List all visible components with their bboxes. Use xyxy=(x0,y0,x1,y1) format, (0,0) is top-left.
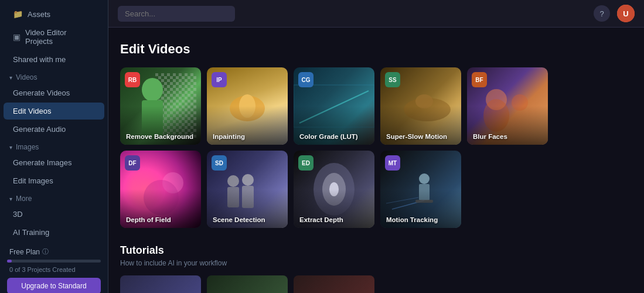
chevron-images-icon: ▾ xyxy=(9,144,12,151)
card-badge-motion-track: MT xyxy=(385,155,400,171)
card-badge-blur-faces: BF xyxy=(472,72,487,87)
images-section-label: Images xyxy=(16,143,39,151)
card-remove-bg[interactable]: RB Remove Background xyxy=(120,67,201,145)
sidebar-section-more[interactable]: ▾ More xyxy=(0,190,108,205)
sidebar-section-images[interactable]: ▾ Images xyxy=(0,138,108,154)
card-badge-scene-detect: SD xyxy=(212,155,227,171)
card-label-motion-track: Motion Tracking xyxy=(386,216,438,223)
card-inpainting[interactable]: IP Inpainting xyxy=(207,67,288,145)
search-input[interactable] xyxy=(118,6,235,22)
card-extract-depth[interactable]: ED Extract Depth xyxy=(294,151,374,228)
progress-bar-fill xyxy=(7,260,12,263)
sidebar-bottom: Free Plan ⓘ 0 of 3 Projects Created Upgr… xyxy=(0,241,108,293)
card-label-color-grade: Color Grade (LUT) xyxy=(299,133,358,140)
tutorial-thumb-1[interactable] xyxy=(120,275,201,293)
3d-label: 3D xyxy=(13,210,23,219)
chevron-more-icon: ▾ xyxy=(9,196,12,202)
card-badge-color-grade: CG xyxy=(298,72,314,87)
sidebar-item-video-editor[interactable]: ▣ Video Editor Projects xyxy=(4,24,104,50)
avatar[interactable]: U xyxy=(617,5,635,22)
cards-grid: RB Remove Background IP Inpainting CG Co… xyxy=(120,67,632,228)
card-label-blur-faces: Blur Faces xyxy=(473,133,507,140)
help-button[interactable]: ? xyxy=(594,5,610,22)
sidebar-item-ai-training[interactable]: AI Training xyxy=(4,224,104,241)
card-label-super-slow: Super-Slow Motion xyxy=(386,133,447,140)
card-badge-super-slow: SS xyxy=(385,72,400,87)
content-area: Edit Videos RB Remove Background xyxy=(108,28,644,293)
svg-point-21 xyxy=(242,174,254,186)
card-label-extract-depth: Extract Depth xyxy=(299,216,343,223)
card-color-grade[interactable]: CG Color Grade (LUT) xyxy=(294,67,374,145)
sidebar-item-shared[interactable]: Shared with me xyxy=(4,51,104,68)
svg-text:U: U xyxy=(623,9,628,18)
generate-audio-label: Generate Audio xyxy=(13,125,66,134)
sidebar-item-edit-videos[interactable]: Edit Videos xyxy=(4,103,104,120)
card-label-inpainting: Inpainting xyxy=(213,133,245,140)
projects-progress-bar xyxy=(7,260,101,263)
card-blur-faces[interactable]: BF Blur Faces xyxy=(467,67,548,145)
card-label-remove-bg: Remove Background xyxy=(126,133,193,140)
card-label-scene-detect: Scene Detection xyxy=(213,216,265,223)
tutorials-row xyxy=(120,275,632,293)
ai-training-label: AI Training xyxy=(13,228,49,237)
card-depth-field[interactable]: DF Depth of Field xyxy=(120,151,201,228)
card-badge-inpainting: IP xyxy=(212,72,227,87)
sidebar: 📁 Assets ▣ Video Editor Projects Shared … xyxy=(0,0,108,293)
card-scene-detect[interactable]: SD Scene Detection xyxy=(207,151,288,228)
sidebar-section-videos[interactable]: ▾ Videos xyxy=(0,69,108,84)
topbar-right: ? U xyxy=(594,5,635,22)
sidebar-item-generate-images[interactable]: Generate Images xyxy=(4,154,104,171)
svg-point-5 xyxy=(142,78,163,101)
free-plan-label: Free Plan ⓘ xyxy=(7,247,101,256)
tutorials-sub: How to include AI in your workflow xyxy=(120,259,632,267)
sidebar-item-generate-videos[interactable]: Generate Videos xyxy=(4,84,104,101)
video-editor-icon: ▣ xyxy=(13,32,21,42)
page-title: Edit Videos xyxy=(120,42,632,57)
svg-point-19 xyxy=(227,175,239,187)
card-super-slow[interactable]: SS Super-Slow Motion xyxy=(380,67,461,145)
card-badge-remove-bg: RB xyxy=(125,72,140,87)
chevron-videos-icon: ▾ xyxy=(9,74,12,81)
card-label-depth-field: Depth of Field xyxy=(126,216,171,223)
card-motion-track[interactable]: MT Motion Tracking xyxy=(380,151,461,228)
topbar: ? U xyxy=(108,0,644,28)
shared-label: Shared with me xyxy=(13,55,66,64)
videos-section-label: Videos xyxy=(16,73,37,81)
upgrade-button[interactable]: Upgrade to Standard xyxy=(7,278,101,293)
folder-icon: 📁 xyxy=(13,9,23,19)
sidebar-item-3d[interactable]: 3D xyxy=(4,206,104,223)
sidebar-item-generate-audio[interactable]: Generate Audio xyxy=(4,121,104,138)
avatar-image: U xyxy=(617,5,635,22)
tutorial-thumb-2[interactable] xyxy=(207,275,288,293)
edit-images-label: Edit Images xyxy=(13,176,53,185)
tutorials-title: Tutorials xyxy=(120,244,632,257)
svg-point-26 xyxy=(419,173,430,184)
edit-videos-label: Edit Videos xyxy=(13,107,52,115)
main-content: ? U Edit Videos xyxy=(108,0,644,293)
generate-videos-label: Generate Videos xyxy=(13,88,70,97)
card-badge-depth-field: DF xyxy=(125,155,140,171)
projects-created-label: 0 of 3 Projects Created xyxy=(7,266,101,273)
more-section-label: More xyxy=(16,195,32,203)
assets-label: Assets xyxy=(28,10,50,19)
sidebar-item-edit-images[interactable]: Edit Images xyxy=(4,172,104,189)
card-badge-extract-depth: ED xyxy=(298,155,314,171)
tutorial-thumb-3[interactable] xyxy=(294,275,374,293)
generate-images-label: Generate Images xyxy=(13,158,71,167)
tutorials-section: Tutorials How to include AI in your work… xyxy=(120,244,632,293)
video-editor-label: Video Editor Projects xyxy=(25,28,95,46)
sidebar-item-assets[interactable]: 📁 Assets xyxy=(4,5,104,23)
